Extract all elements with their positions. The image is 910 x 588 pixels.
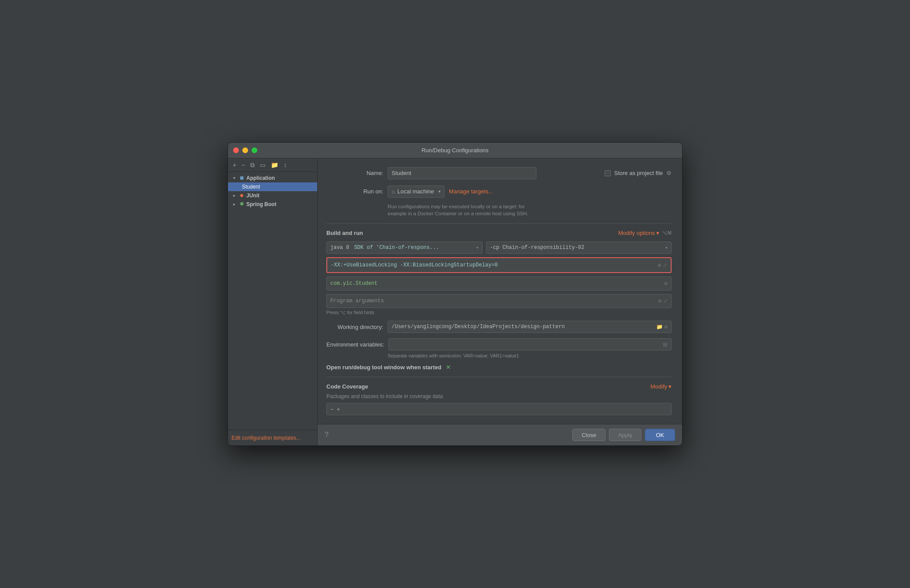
modify-options-shortcut: ⌥M	[662, 230, 672, 236]
application-icon: ◼	[238, 175, 245, 181]
sidebar-toolbar: + − ⧉ ▭ 📁 ↕	[228, 158, 317, 172]
expand-vm-icon[interactable]: ⤢	[663, 262, 667, 269]
coverage-add-button[interactable]: +	[336, 406, 340, 412]
modify-options-button[interactable]: Modify options ▾	[618, 230, 659, 236]
close-window-button[interactable]	[233, 147, 239, 153]
coverage-add-row: − +	[326, 403, 672, 415]
titlebar: Run/Debug Configurations	[228, 143, 682, 158]
name-store-row: Name: Store as project file ⚙	[326, 167, 672, 179]
working-dir-icons: 📁 ⊞	[656, 324, 668, 330]
program-args-icons: ⊞ ⤢	[658, 298, 668, 304]
run-on-label: Run on:	[326, 188, 383, 195]
ok-button[interactable]: OK	[645, 429, 675, 441]
code-coverage-title: Code Coverage	[326, 383, 368, 390]
store-project-row: Store as project file ⚙	[605, 170, 672, 176]
sidebar-footer: Edit configuration templates...	[228, 430, 317, 445]
sidebar-item-application[interactable]: ▾ ◼ Application	[228, 174, 317, 182]
sidebar-item-springboot[interactable]: ▸ ❋ Spring Boot	[228, 200, 317, 209]
springboot-icon: ❋	[238, 201, 245, 207]
open-debug-row: Open run/debug tool window when started …	[326, 364, 672, 371]
vm-options-field[interactable]: -XX:+UseBiasedLocking -XX:BiasedLockingS…	[326, 257, 672, 273]
student-item-label: Student	[242, 184, 260, 190]
run-on-value: Local machine	[397, 188, 434, 195]
springboot-group-label: Spring Boot	[246, 201, 276, 207]
sidebar-item-student[interactable]: Student	[228, 182, 317, 191]
working-dir-label: Working directory:	[326, 324, 383, 330]
store-as-project-label: Store as project file	[614, 170, 663, 176]
move-config-button[interactable]: 📁	[270, 161, 280, 169]
sort-config-button[interactable]: ↕	[282, 161, 288, 169]
application-group-label: Application	[246, 175, 275, 181]
env-vars-label: Environment variables:	[326, 341, 384, 348]
run-on-row: Run on: ⌂ Local machine ▾ Manage targets…	[326, 186, 672, 198]
program-args-field[interactable]: Program arguments ⊞ ⤢	[326, 294, 672, 308]
env-vars-input[interactable]: ⊞	[388, 338, 672, 350]
junit-group-label: JUnit	[246, 192, 259, 199]
modify-options-label: Modify options	[618, 230, 655, 236]
copy-env-icon[interactable]: ⊞	[663, 341, 668, 348]
copy-config-button[interactable]: ⧉	[249, 161, 256, 169]
store-as-project-checkbox[interactable]	[605, 170, 611, 176]
sdk-dropdown[interactable]: java 8 SDK of 'Chain-of-respons... ▾	[326, 242, 483, 254]
modify-chevron-icon: ▾	[668, 383, 672, 390]
config-form: Name: Store as project file ⚙ Run on: ⌂ …	[318, 158, 682, 424]
window-title: Run/Debug Configurations	[421, 147, 488, 154]
main-content: + − ⧉ ▭ 📁 ↕ ▾ ◼ Application Student	[228, 158, 682, 445]
env-hint: Separate variables with semicolon: VAR=v…	[388, 353, 672, 358]
sidebar-tree: ▾ ◼ Application Student ▸ ◈ JUnit ▸ ❋	[228, 172, 317, 430]
chevron-right-icon-2: ▸	[231, 202, 237, 206]
main-class-value: com.ylc.Student	[330, 280, 378, 287]
classpath-label: -cp Chain-of-responsibility-02	[490, 245, 584, 251]
code-coverage-modify-button[interactable]: Modify ▾	[651, 383, 672, 390]
folder-browse-icon[interactable]: 📁	[656, 324, 663, 330]
minimize-window-button[interactable]	[242, 147, 248, 153]
copy-dir-icon[interactable]: ⊞	[665, 324, 668, 330]
remove-config-button[interactable]: −	[240, 161, 246, 169]
modify-options-row: Modify options ▾ ⌥M	[618, 230, 672, 236]
copy-vm-icon[interactable]: ⊞	[658, 262, 661, 269]
expand-args-icon[interactable]: ⤢	[663, 298, 668, 304]
name-input[interactable]	[388, 167, 536, 179]
close-button[interactable]: Close	[572, 429, 605, 441]
sdk-row: java 8 SDK of 'Chain-of-respons... ▾ -cp…	[326, 242, 672, 254]
save-config-button[interactable]: ▭	[259, 161, 267, 169]
classpath-chevron-icon: ▾	[665, 245, 668, 250]
bottom-bar: ? Close Apply OK	[318, 424, 682, 445]
coverage-remove-button[interactable]: −	[330, 406, 334, 412]
working-dir-row: Working directory: /Users/yanglingcong/D…	[326, 321, 672, 333]
run-on-dropdown[interactable]: ⌂ Local machine ▾	[388, 186, 444, 198]
program-args-placeholder: Program arguments	[330, 298, 384, 304]
local-machine-icon: ⌂	[392, 189, 395, 195]
code-coverage-header: Code Coverage Modify ▾	[326, 383, 672, 390]
sidebar-item-junit[interactable]: ▸ ◈ JUnit	[228, 191, 317, 200]
manage-targets-link[interactable]: Manage targets...	[449, 188, 493, 195]
working-dir-input[interactable]: /Users/yanglingcong/Desktop/IdeaProjects…	[388, 321, 672, 333]
section-divider-2	[326, 377, 672, 377]
main-class-field[interactable]: com.ylc.Student ⊞	[326, 276, 672, 290]
add-config-button[interactable]: +	[231, 161, 238, 169]
help-button[interactable]: ?	[325, 431, 329, 439]
classpath-dropdown[interactable]: -cp Chain-of-responsibility-02 ▾	[486, 242, 672, 254]
vm-options-icons: ⊞ ⤢	[658, 262, 667, 269]
build-run-title: Build and run	[326, 230, 363, 236]
coverage-sub-label: Packages and classes to include in cover…	[326, 393, 672, 399]
gear-icon[interactable]: ⚙	[666, 170, 672, 176]
sdk-suffix: SDK of 'Chain-of-respons...	[351, 245, 439, 251]
modify-label: Modify	[651, 383, 667, 390]
working-dir-value: /Users/yanglingcong/Desktop/IdeaProjects…	[392, 324, 565, 330]
sdk-chevron-icon: ▾	[476, 245, 478, 250]
build-run-header: Build and run Modify options ▾ ⌥M	[326, 230, 672, 236]
dropdown-chevron-icon: ▾	[438, 189, 441, 194]
open-debug-label: Open run/debug tool window when started	[326, 364, 441, 371]
apply-button[interactable]: Apply	[609, 429, 642, 441]
edit-templates-link[interactable]: Edit configuration templates...	[231, 435, 301, 441]
name-left: Name:	[326, 167, 605, 179]
maximize-window-button[interactable]	[252, 147, 257, 153]
run-debug-configurations-window: Run/Debug Configurations + − ⧉ ▭ 📁 ↕ ▾ ◼…	[228, 142, 682, 446]
open-debug-checkmark[interactable]: ✕	[446, 364, 451, 371]
run-hint: Run configurations may be executed local…	[388, 203, 672, 217]
chevron-down-modify-icon: ▾	[656, 230, 659, 236]
traffic-lights	[233, 147, 257, 153]
copy-args-icon[interactable]: ⊞	[658, 298, 662, 304]
copy-main-icon[interactable]: ⊞	[665, 280, 668, 287]
